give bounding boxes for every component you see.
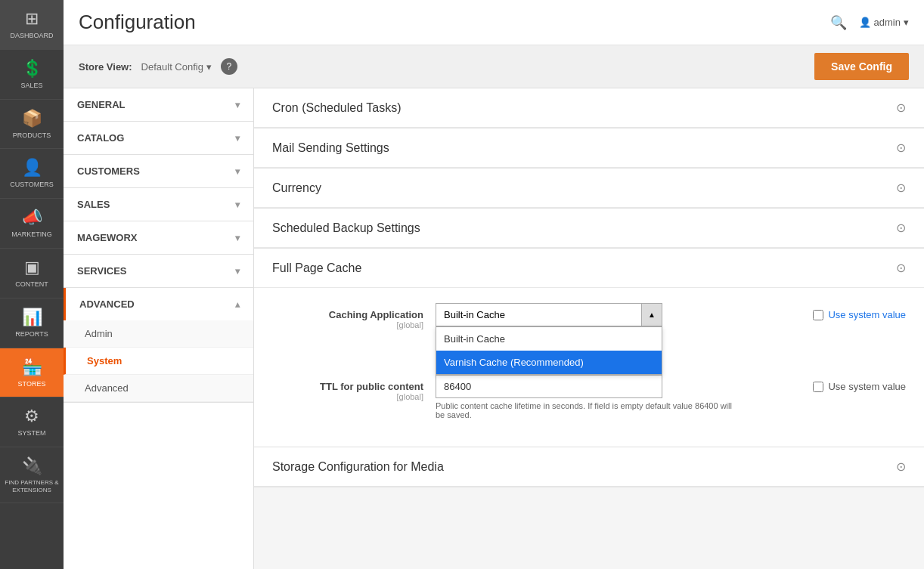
store-view-value: Default Config [141, 61, 203, 73]
nav-section-header-services[interactable]: SERVICES ▾ [64, 255, 253, 287]
help-icon[interactable]: ? [221, 58, 237, 75]
nav-sub-item-admin[interactable]: Admin [64, 320, 253, 348]
sidebar-item-system[interactable]: ⚙ SYSTEM [0, 397, 64, 447]
dropdown-display[interactable]: Built-in Cache [436, 304, 641, 326]
sidebar-item-label: REPORTS [15, 330, 48, 339]
use-system-label-1[interactable]: Use system value [828, 309, 906, 320]
config-section-header-backup[interactable]: Scheduled Backup Settings ⊙ [254, 209, 924, 248]
nav-section-catalog-label: CATALOG [77, 132, 124, 144]
expand-icon: ⊙ [896, 459, 906, 474]
caching-application-input-col: Built-in Cache ▲ Built-in Cache Varnish … [436, 303, 801, 326]
nav-section-customers-label: CUSTOMERS [77, 165, 140, 177]
nav-section-advanced: ADVANCED ▴ Admin System Advanced [64, 288, 253, 403]
expand-icon: ⊙ [896, 221, 906, 235]
save-config-button[interactable]: Save Config [814, 53, 909, 80]
customers-icon: 👤 [22, 158, 42, 178]
reports-icon: 📊 [22, 308, 42, 327]
nav-section-sales: SALES ▾ [64, 188, 253, 221]
search-button[interactable]: 🔍 [830, 14, 847, 31]
store-view-label: Store View: [79, 61, 132, 73]
config-section-header-storage[interactable]: Storage Configuration for Media ⊙ [254, 447, 924, 487]
config-section-currency: Currency ⊙ [254, 169, 924, 209]
config-section-header-mail[interactable]: Mail Sending Settings ⊙ [254, 128, 924, 168]
cache-content: Caching Application [global] Built-in Ca… [254, 288, 924, 447]
dropdown-option-varnish[interactable]: Varnish Cache (Recommended) [436, 351, 662, 374]
expand-icon: ⊙ [896, 141, 906, 155]
ttl-input[interactable] [436, 375, 662, 398]
dropdown-arrow-button[interactable]: ▲ [641, 304, 662, 326]
chevron-up-icon: ▴ [235, 299, 240, 310]
sidebar-item-reports[interactable]: 📊 REPORTS [0, 298, 64, 348]
config-section-cron-title: Cron (Scheduled Tasks) [272, 101, 401, 115]
sidebar-item-stores[interactable]: 🏪 STORES [0, 348, 64, 398]
content-icon: ▣ [24, 258, 40, 277]
caching-application-row: Caching Application [global] Built-in Ca… [272, 303, 906, 329]
nav-section-header-general[interactable]: GENERAL ▾ [64, 88, 253, 121]
nav-section-sales-label: SALES [77, 199, 110, 210]
sidebar: ⊞ DASHBOARD 💲 SALES 📦 PRODUCTS 👤 CUSTOME… [0, 0, 64, 569]
admin-menu-button[interactable]: 👤 admin ▾ [859, 17, 909, 28]
store-view-left: Store View: Default Config ▾ ? [79, 58, 237, 75]
sidebar-item-label: DASHBOARD [10, 32, 53, 40]
ttl-label-col: TTL for public content [global] [272, 375, 423, 401]
ttl-global: [global] [272, 392, 423, 401]
config-section-header-currency[interactable]: Currency ⊙ [254, 169, 924, 208]
nav-section-general-label: GENERAL [77, 99, 126, 110]
ttl-label: TTL for public content [272, 381, 423, 392]
config-section-header-cron[interactable]: Cron (Scheduled Tasks) ⊙ [254, 88, 924, 128]
system-icon: ⚙ [24, 407, 39, 426]
nav-section-header-customers[interactable]: CUSTOMERS ▾ [64, 155, 253, 187]
sidebar-item-label: FIND PARTNERS & EXTENSIONS [3, 479, 60, 493]
nav-sub-item-system[interactable]: System [64, 348, 253, 375]
admin-chevron-icon: ▾ [904, 17, 909, 28]
nav-section-general: GENERAL ▾ [64, 88, 253, 122]
nav-sub-item-advanced[interactable]: Advanced [64, 375, 253, 402]
main-area: Configuration 🔍 👤 admin ▾ Store View: De… [64, 0, 924, 569]
config-section-storage-title: Storage Configuration for Media [272, 460, 444, 474]
config-section-mail-title: Mail Sending Settings [272, 141, 389, 155]
dashboard-icon: ⊞ [25, 9, 39, 29]
sidebar-item-customers[interactable]: 👤 CUSTOMERS [0, 149, 64, 199]
store-view-select[interactable]: Default Config ▾ [141, 61, 212, 73]
sidebar-item-label: PRODUCTS [13, 131, 51, 140]
sidebar-item-products[interactable]: 📦 PRODUCTS [0, 100, 64, 150]
nav-section-header-mageworx[interactable]: MAGEWORX ▾ [64, 221, 253, 254]
sidebar-item-extensions[interactable]: 🔌 FIND PARTNERS & EXTENSIONS [0, 447, 64, 503]
nav-section-mageworx-label: MAGEWORX [77, 232, 137, 243]
collapse-icon: ⊙ [896, 261, 906, 275]
sidebar-item-label: CONTENT [15, 280, 48, 289]
chevron-down-icon: ▾ [235, 233, 240, 243]
use-system-checkbox-2[interactable] [813, 382, 823, 392]
nav-section-header-catalog[interactable]: CATALOG ▾ [64, 122, 253, 154]
config-section-fpc-title: Full Page Cache [272, 261, 361, 275]
config-section-storage: Storage Configuration for Media ⊙ [254, 447, 924, 487]
sidebar-item-content[interactable]: ▣ CONTENT [0, 249, 64, 298]
dropdown-option-builtin[interactable]: Built-in Cache [436, 327, 662, 351]
chevron-down-icon: ▾ [235, 166, 240, 177]
sidebar-item-marketing[interactable]: 📣 MARKETING [0, 199, 64, 249]
sidebar-item-sales[interactable]: 💲 SALES [0, 50, 64, 100]
chevron-down-icon: ▾ [235, 199, 240, 210]
store-view-bar: Store View: Default Config ▾ ? Save Conf… [64, 45, 924, 88]
nav-section-header-sales[interactable]: SALES ▾ [64, 188, 253, 221]
config-section-cron: Cron (Scheduled Tasks) ⊙ [254, 88, 924, 128]
nav-section-header-advanced[interactable]: ADVANCED ▴ [64, 288, 253, 320]
header-right: 🔍 👤 admin ▾ [830, 14, 909, 31]
admin-user-icon: 👤 [859, 17, 871, 28]
top-header: Configuration 🔍 👤 admin ▾ [64, 0, 924, 45]
left-nav: GENERAL ▾ CATALOG ▾ CUSTOMERS ▾ [64, 88, 254, 569]
products-icon: 📦 [22, 109, 42, 128]
sidebar-item-dashboard[interactable]: ⊞ DASHBOARD [0, 0, 64, 50]
content-area: GENERAL ▾ CATALOG ▾ CUSTOMERS ▾ [64, 88, 924, 569]
caching-application-global: [global] [272, 320, 423, 329]
use-system-col-2: Use system value [813, 375, 906, 392]
config-section-header-full-page-cache[interactable]: Full Page Cache ⊙ [254, 249, 924, 288]
sales-icon: 💲 [22, 59, 42, 79]
nav-section-mageworx: MAGEWORX ▾ [64, 221, 253, 255]
caching-application-dropdown-wrapper: Built-in Cache ▲ Built-in Cache Varnish … [436, 303, 662, 326]
use-system-checkbox-1[interactable] [813, 310, 823, 320]
page-title: Configuration [79, 11, 196, 34]
config-section-currency-title: Currency [272, 181, 321, 195]
caching-application-dropdown[interactable]: Built-in Cache ▲ [436, 303, 662, 326]
chevron-down-icon: ▾ [235, 100, 240, 110]
